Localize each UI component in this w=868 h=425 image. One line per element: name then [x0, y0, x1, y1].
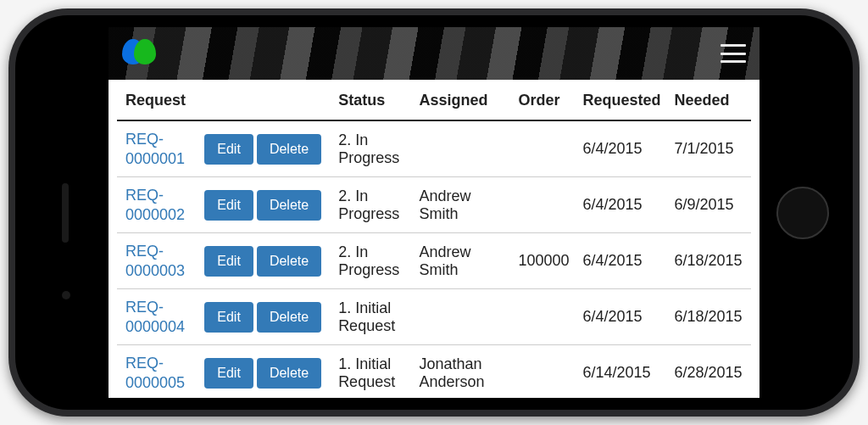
cell-status: 1. Initial Request — [331, 289, 412, 345]
edit-button[interactable]: Edit — [204, 134, 253, 165]
cell-assigned: Jonathan Anderson — [412, 345, 511, 399]
header-bar — [108, 27, 760, 80]
table-row: REQ-0000004 EditDelete 1. Initial Reques… — [117, 289, 751, 345]
delete-button[interactable]: Delete — [257, 134, 321, 165]
phone-speaker — [62, 183, 69, 243]
col-request: Request — [117, 80, 331, 120]
col-needed: Needed — [668, 80, 751, 120]
cell-order: 100000 — [511, 233, 576, 289]
table-body: REQ-0000001 EditDelete 2. In Progress 6/… — [117, 120, 751, 398]
cell-order — [511, 177, 576, 233]
cell-needed: 6/9/2015 — [668, 177, 751, 233]
delete-button[interactable]: Delete — [257, 246, 321, 277]
table-row: REQ-0000003 EditDelete 2. In Progress An… — [117, 233, 751, 289]
col-assigned: Assigned — [412, 80, 511, 120]
cell-status: 2. In Progress — [331, 177, 412, 233]
cell-requested: 6/4/2015 — [576, 289, 668, 345]
request-link[interactable]: REQ-0000002 — [125, 186, 191, 224]
table-row: REQ-0000005 EditDelete 1. Initial Reques… — [117, 345, 751, 399]
request-link[interactable]: REQ-0000005 — [125, 354, 191, 392]
app-logo[interactable] — [122, 39, 156, 68]
cell-requested: 6/14/2015 — [576, 345, 668, 399]
delete-button[interactable]: Delete — [257, 190, 321, 221]
cell-assigned: Andrew Smith — [412, 233, 511, 289]
cell-needed: 6/28/2015 — [668, 345, 751, 399]
col-order: Order — [511, 80, 576, 120]
home-button[interactable] — [776, 187, 829, 239]
cell-status: 2. In Progress — [331, 120, 412, 177]
cell-needed: 6/18/2015 — [668, 289, 751, 345]
cell-requested: 6/4/2015 — [576, 233, 668, 289]
cell-needed: 6/18/2015 — [668, 233, 751, 289]
delete-button[interactable]: Delete — [257, 302, 321, 333]
cell-assigned — [412, 289, 511, 345]
cell-status: 1. Initial Request — [331, 345, 412, 399]
cell-order — [511, 345, 576, 399]
col-status: Status — [331, 80, 412, 120]
hamburger-icon[interactable] — [721, 44, 746, 63]
app-screen: Request Status Assigned Order Requested … — [108, 27, 760, 398]
table-header-row: Request Status Assigned Order Requested … — [117, 80, 751, 120]
cell-needed: 7/1/2015 — [668, 120, 751, 177]
request-link[interactable]: REQ-0000003 — [125, 242, 191, 280]
edit-button[interactable]: Edit — [204, 190, 253, 221]
edit-button[interactable]: Edit — [204, 358, 253, 389]
edit-button[interactable]: Edit — [204, 246, 253, 277]
phone-frame: Request Status Assigned Order Requested … — [8, 8, 860, 417]
cell-assigned — [412, 120, 511, 177]
cell-requested: 6/4/2015 — [576, 120, 668, 177]
request-link[interactable]: REQ-0000004 — [125, 298, 191, 336]
phone-inner: Request Status Assigned Order Requested … — [15, 15, 853, 410]
cell-order — [511, 289, 576, 345]
delete-button[interactable]: Delete — [257, 358, 321, 389]
col-requested: Requested — [576, 80, 668, 120]
cell-order — [511, 120, 576, 177]
table-row: REQ-0000002 EditDelete 2. In Progress An… — [117, 177, 751, 233]
request-link[interactable]: REQ-0000001 — [125, 130, 191, 168]
edit-button[interactable]: Edit — [204, 302, 253, 333]
requests-table: Request Status Assigned Order Requested … — [117, 80, 751, 398]
phone-camera — [62, 291, 70, 299]
cell-status: 2. In Progress — [331, 233, 412, 289]
content-area: Request Status Assigned Order Requested … — [108, 80, 760, 398]
cell-assigned: Andrew Smith — [412, 177, 511, 233]
table-row: REQ-0000001 EditDelete 2. In Progress 6/… — [117, 120, 751, 177]
cell-requested: 6/4/2015 — [576, 177, 668, 233]
logo-blob-green — [134, 39, 156, 64]
